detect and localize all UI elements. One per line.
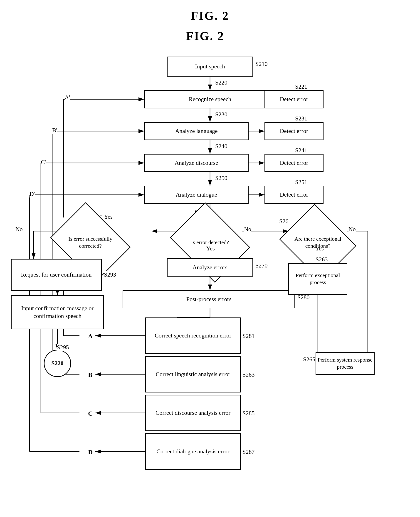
analyze-language-box: Analyze language	[144, 122, 249, 140]
c-prime-label: C'	[41, 159, 46, 166]
error-corrected-no-label: No	[15, 226, 23, 233]
detect-error-251-box: Detect error	[264, 186, 323, 204]
s263-label: S263	[315, 256, 328, 263]
s210-label: S210	[255, 61, 267, 68]
request-user-box: Request for user confirmation	[11, 259, 102, 291]
correct-discourse-box: Correct discourse analysis error	[145, 395, 241, 431]
exceptional-no-label: No	[348, 226, 356, 233]
s220-circle: S220	[44, 350, 71, 377]
s221-label: S221	[295, 83, 307, 90]
s251-label: S251	[295, 179, 307, 186]
s220-step-label: S220	[215, 79, 227, 86]
is-error-yes-label: Yes	[206, 245, 215, 252]
page-title: FIG. 2	[0, 0, 420, 23]
a-label: A	[88, 333, 93, 340]
correct-linguistic-box: Correct linguistic analysis error	[145, 356, 241, 393]
analyze-discourse-box: Analyze discourse	[144, 154, 249, 172]
analyze-errors-box: Analyze errors	[167, 258, 253, 277]
a-prime-label: A'	[65, 94, 70, 101]
figure-title: FIG. 2	[186, 29, 224, 43]
s240-step-label: S240	[215, 143, 227, 150]
s241-label: S241	[295, 147, 307, 154]
detect-error-231-box: Detect error	[264, 122, 323, 140]
s280-label: S280	[297, 294, 309, 301]
s295-label: S295	[57, 344, 69, 351]
correct-speech-box: Correct speech recognition error	[145, 317, 241, 354]
input-confirm-box: Input confirmation message or confirmati…	[11, 295, 104, 329]
correct-dialogue-box: Correct dialogue analysis error	[145, 433, 241, 470]
error-corrected-yes-label: Yes	[104, 213, 112, 220]
d-prime-label: D'	[30, 191, 35, 198]
s281-label: S281	[242, 333, 255, 340]
s230-step-label: S230	[215, 111, 227, 118]
perform-exceptional-box: Perform exceptional process	[288, 263, 347, 295]
c-label: C	[88, 410, 93, 417]
is-error-no-label: No	[244, 226, 251, 233]
s293-label: S293	[104, 271, 116, 278]
s250-step-label: S250	[215, 175, 227, 182]
s231-label: S231	[295, 115, 307, 122]
d-label: D	[88, 449, 93, 456]
s285-label: S285	[242, 410, 255, 417]
s287-label: S287	[242, 449, 255, 455]
recognize-speech-box: Recognize speech	[144, 90, 276, 108]
post-process-errors-box: Post-process errors	[123, 290, 295, 308]
analyze-dialogue-box: Analyze dialogue	[144, 186, 249, 204]
b-label: B	[88, 371, 92, 378]
perform-system-box: Perform system response process	[315, 352, 375, 375]
s265-label: S265	[303, 356, 315, 363]
detect-error-241-box: Detect error	[264, 154, 323, 172]
diagram: FIG. 2 Input speech S210 S220 Recognize …	[0, 27, 420, 517]
detect-error-221-box: Detect error	[264, 90, 323, 108]
s270-label: S270	[255, 262, 267, 269]
input-speech-box: Input speech	[167, 57, 253, 77]
s283-label: S283	[242, 371, 255, 378]
b-prime-label: B'	[52, 127, 57, 134]
